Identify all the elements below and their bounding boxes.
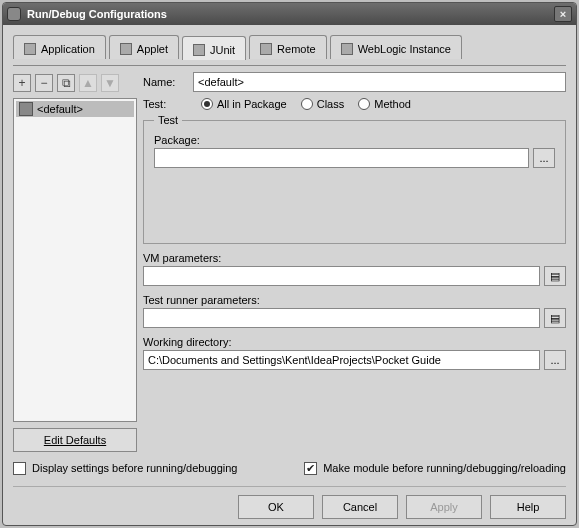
radio-icon bbox=[358, 98, 370, 110]
tab-weblogic-instance[interactable]: WebLogic Instance bbox=[330, 35, 462, 59]
titlebar[interactable]: Run/Debug Configurations × bbox=[3, 3, 576, 25]
tab-label: Application bbox=[41, 43, 95, 55]
close-button[interactable]: × bbox=[554, 6, 572, 22]
runner-params-expand-button[interactable]: ▤ bbox=[544, 308, 566, 328]
name-input[interactable] bbox=[193, 72, 566, 92]
copy-config-button[interactable]: ⧉ bbox=[57, 74, 75, 92]
button-bar: OK Cancel Apply Help bbox=[13, 486, 566, 519]
test-fieldset: Test Package: ... bbox=[143, 114, 566, 244]
radio-label: Method bbox=[374, 98, 411, 110]
left-panel: + − ⧉ ▲ ▼ <default> Edit Defaults bbox=[13, 72, 137, 452]
working-dir-input[interactable] bbox=[143, 350, 540, 370]
tab-bar: Application Applet JUnit Remote WebLogic… bbox=[13, 35, 566, 59]
list-item-label: <default> bbox=[37, 103, 83, 115]
remote-icon bbox=[260, 43, 272, 55]
working-dir-label: Working directory: bbox=[143, 336, 566, 348]
window-title: Run/Debug Configurations bbox=[27, 8, 554, 20]
add-config-button[interactable]: + bbox=[13, 74, 31, 92]
remove-config-button[interactable]: − bbox=[35, 74, 53, 92]
package-label: Package: bbox=[154, 134, 555, 146]
help-button[interactable]: Help bbox=[490, 495, 566, 519]
package-browse-button[interactable]: ... bbox=[533, 148, 555, 168]
working-dir-browse-button[interactable]: ... bbox=[544, 350, 566, 370]
junit-icon bbox=[193, 44, 205, 56]
app-icon bbox=[7, 7, 21, 21]
checkbox-row: Display settings before running/debuggin… bbox=[13, 456, 566, 480]
tab-remote[interactable]: Remote bbox=[249, 35, 327, 59]
content-area: Application Applet JUnit Remote WebLogic… bbox=[3, 25, 576, 525]
applet-icon bbox=[120, 43, 132, 55]
make-module-checkbox[interactable]: ✔ bbox=[304, 462, 317, 475]
make-module-label: Make module before running/debugging/rel… bbox=[323, 462, 566, 474]
tab-junit[interactable]: JUnit bbox=[182, 36, 246, 60]
application-icon bbox=[24, 43, 36, 55]
tab-label: JUnit bbox=[210, 44, 235, 56]
radio-class[interactable]: Class bbox=[301, 98, 345, 110]
radio-icon bbox=[301, 98, 313, 110]
vm-params-expand-button[interactable]: ▤ bbox=[544, 266, 566, 286]
test-label: Test: bbox=[143, 98, 187, 110]
tab-label: Applet bbox=[137, 43, 168, 55]
runner-params-input[interactable] bbox=[143, 308, 540, 328]
radio-icon bbox=[201, 98, 213, 110]
config-list[interactable]: <default> bbox=[13, 98, 137, 422]
vm-params-input[interactable] bbox=[143, 266, 540, 286]
ok-button[interactable]: OK bbox=[238, 495, 314, 519]
move-down-button[interactable]: ▼ bbox=[101, 74, 119, 92]
junit-icon bbox=[19, 102, 33, 116]
list-item[interactable]: <default> bbox=[16, 101, 134, 117]
tab-label: WebLogic Instance bbox=[358, 43, 451, 55]
tab-application[interactable]: Application bbox=[13, 35, 106, 59]
cancel-button[interactable]: Cancel bbox=[322, 495, 398, 519]
display-settings-label: Display settings before running/debuggin… bbox=[32, 462, 237, 474]
runner-params-label: Test runner parameters: bbox=[143, 294, 566, 306]
radio-label: Class bbox=[317, 98, 345, 110]
main-area: + − ⧉ ▲ ▼ <default> Edit Defaults Name: bbox=[13, 72, 566, 452]
radio-all-in-package[interactable]: All in Package bbox=[201, 98, 287, 110]
tab-label: Remote bbox=[277, 43, 316, 55]
vm-params-label: VM parameters: bbox=[143, 252, 566, 264]
apply-button[interactable]: Apply bbox=[406, 495, 482, 519]
name-label: Name: bbox=[143, 76, 187, 88]
fieldset-legend: Test bbox=[154, 114, 182, 126]
tab-applet[interactable]: Applet bbox=[109, 35, 179, 59]
dialog-window: Run/Debug Configurations × Application A… bbox=[2, 2, 577, 526]
config-toolbar: + − ⧉ ▲ ▼ bbox=[13, 72, 137, 94]
display-settings-checkbox[interactable] bbox=[13, 462, 26, 475]
radio-method[interactable]: Method bbox=[358, 98, 411, 110]
move-up-button[interactable]: ▲ bbox=[79, 74, 97, 92]
radio-label: All in Package bbox=[217, 98, 287, 110]
weblogic-icon bbox=[341, 43, 353, 55]
edit-defaults-button[interactable]: Edit Defaults bbox=[13, 428, 137, 452]
package-input[interactable] bbox=[154, 148, 529, 168]
form-panel: Name: Test: All in Package Class bbox=[143, 72, 566, 452]
